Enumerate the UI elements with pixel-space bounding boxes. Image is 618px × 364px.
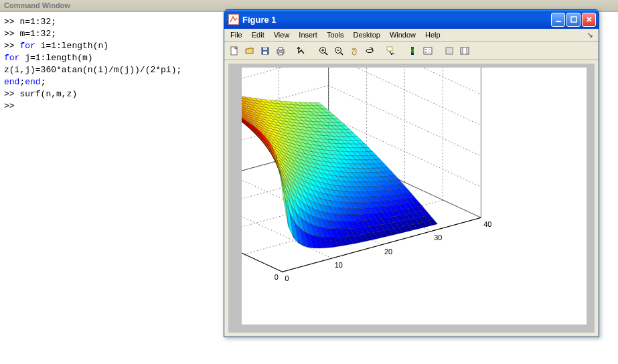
svg-rect-4 bbox=[263, 48, 267, 50]
svg-line-10 bbox=[325, 52, 328, 55]
svg-point-16 bbox=[366, 49, 373, 52]
minimize-button[interactable] bbox=[551, 13, 565, 27]
close-button[interactable] bbox=[582, 13, 596, 27]
hide-plot-tools-icon[interactable] bbox=[442, 43, 457, 58]
zoom-out-icon[interactable] bbox=[331, 43, 346, 58]
maximize-button[interactable] bbox=[566, 13, 581, 27]
menu-window[interactable]: Window bbox=[385, 29, 420, 40]
save-icon[interactable] bbox=[258, 43, 273, 58]
menu-desktop[interactable]: Desktop bbox=[349, 29, 385, 40]
figure-title: Figure 1 bbox=[242, 15, 277, 25]
matlab-figure-icon bbox=[228, 14, 239, 25]
svg-rect-17 bbox=[387, 47, 392, 51]
show-plot-tools-icon[interactable] bbox=[457, 43, 472, 58]
menu-insert[interactable]: Insert bbox=[294, 29, 322, 40]
svg-rect-1 bbox=[571, 17, 576, 22]
svg-rect-0 bbox=[556, 21, 561, 22]
svg-text:10: 10 bbox=[335, 261, 343, 269]
svg-rect-26 bbox=[461, 48, 463, 54]
rotate-3d-icon[interactable] bbox=[362, 43, 377, 58]
insert-legend-icon[interactable] bbox=[420, 43, 435, 58]
new-figure-icon[interactable] bbox=[227, 43, 242, 58]
axes-3d[interactable]: 020406080100010203040010203040 bbox=[242, 68, 587, 325]
open-icon[interactable] bbox=[242, 43, 257, 58]
svg-line-14 bbox=[341, 52, 343, 55]
svg-text:0: 0 bbox=[285, 274, 289, 282]
insert-colorbar-icon[interactable] bbox=[405, 43, 420, 58]
svg-text:20: 20 bbox=[384, 248, 392, 256]
menu-tools[interactable]: Tools bbox=[322, 29, 349, 40]
svg-rect-5 bbox=[263, 52, 267, 54]
menu-file[interactable]: File bbox=[226, 29, 247, 40]
zoom-in-icon[interactable] bbox=[316, 43, 331, 58]
svg-rect-18 bbox=[411, 47, 414, 55]
figure-window: Figure 1 File Edit View Insert Tools Des… bbox=[224, 9, 599, 337]
figure-titlebar[interactable]: Figure 1 bbox=[224, 10, 599, 29]
pan-icon[interactable] bbox=[347, 43, 362, 58]
figure-canvas: 020406080100010203040010203040 bbox=[228, 64, 595, 333]
data-cursor-icon[interactable] bbox=[384, 43, 398, 58]
menu-edit[interactable]: Edit bbox=[247, 29, 269, 40]
svg-rect-19 bbox=[424, 48, 432, 54]
svg-text:30: 30 bbox=[434, 234, 442, 242]
caption-buttons bbox=[551, 13, 596, 27]
svg-rect-7 bbox=[279, 48, 283, 50]
svg-text:40: 40 bbox=[483, 220, 491, 228]
svg-rect-27 bbox=[467, 48, 469, 54]
svg-rect-24 bbox=[446, 48, 453, 54]
svg-rect-8 bbox=[279, 52, 283, 55]
print-icon[interactable] bbox=[273, 43, 288, 58]
svg-text:0: 0 bbox=[275, 273, 279, 281]
edit-plot-icon[interactable] bbox=[295, 43, 309, 58]
menu-view[interactable]: View bbox=[269, 29, 295, 40]
dock-arrow-icon[interactable]: ↘ bbox=[583, 30, 597, 39]
menu-help[interactable]: Help bbox=[420, 29, 445, 40]
figure-menubar: File Edit View Insert Tools Desktop Wind… bbox=[224, 29, 599, 41]
figure-toolbar bbox=[224, 41, 599, 60]
